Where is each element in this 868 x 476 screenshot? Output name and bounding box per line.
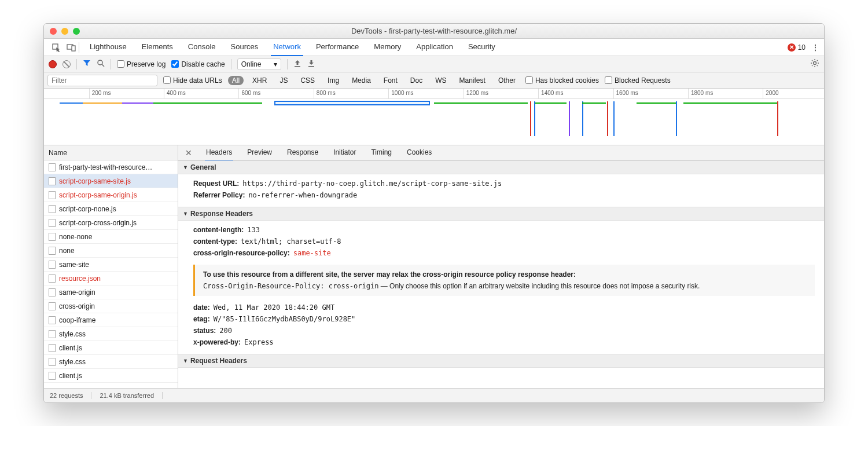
request-item[interactable]: same-origin <box>44 285 178 299</box>
has-blocked-cookies-label: Has blocked cookies <box>535 76 599 85</box>
request-item[interactable]: same-site <box>44 258 178 272</box>
request-item[interactable]: style.css <box>44 355 178 369</box>
status-transferred: 21.4 kB transferred <box>100 392 163 399</box>
tab-memory[interactable]: Memory <box>372 38 403 56</box>
tab-elements[interactable]: Elements <box>139 38 175 56</box>
tab-application[interactable]: Application <box>414 38 455 56</box>
request-name: script-corp-cross-origin.js <box>59 219 137 227</box>
tab-security[interactable]: Security <box>466 38 498 56</box>
general-section-body: Request URL: https://third-party-no-coep… <box>178 174 824 207</box>
has-blocked-cookies-checkbox[interactable]: Has blocked cookies <box>525 76 599 85</box>
response-headers-body: content-length:133content-type:text/html… <box>178 221 824 354</box>
details-tab-headers[interactable]: Headers <box>205 145 233 161</box>
details-tab-timing[interactable]: Timing <box>370 145 393 161</box>
close-details-icon[interactable]: ✕ <box>183 148 194 158</box>
tab-console[interactable]: Console <box>186 38 218 56</box>
request-item[interactable]: script-corp-same-site.js <box>44 174 178 188</box>
request-name: coop-iframe <box>59 316 95 324</box>
clear-log-icon[interactable] <box>62 60 71 68</box>
throttling-dropdown[interactable]: Online ▾ <box>237 58 282 70</box>
window-title: DevTools - first-party-test-with-resourc… <box>351 27 517 35</box>
filter-toggle-icon[interactable] <box>83 59 91 69</box>
close-window-icon[interactable] <box>50 28 57 35</box>
type-filter-xhr[interactable]: XHR <box>248 76 271 85</box>
request-item[interactable]: client.js <box>44 341 178 355</box>
tab-sources[interactable]: Sources <box>229 38 261 56</box>
response-headers-section-header[interactable]: ▼ Response Headers <box>178 207 824 221</box>
type-filter-manifest[interactable]: Manifest <box>455 76 490 85</box>
inspect-element-icon[interactable] <box>49 40 64 55</box>
search-icon[interactable] <box>97 59 105 69</box>
request-item[interactable]: client.js <box>44 369 178 383</box>
details-tab-initiator[interactable]: Initiator <box>332 145 357 161</box>
header-row: content-length:133 <box>193 224 824 236</box>
tab-lighthouse[interactable]: Lighthouse <box>87 38 129 56</box>
request-name: same-origin <box>59 288 95 296</box>
svg-point-5 <box>814 62 816 65</box>
settings-icon[interactable] <box>810 58 819 69</box>
requests-column: Name first-party-test-with-resource…scri… <box>44 145 178 388</box>
preserve-log-checkbox[interactable]: Preserve log <box>117 60 165 68</box>
request-item[interactable]: script-corp-cross-origin.js <box>44 216 178 230</box>
main-tabs-bar: LighthouseElementsConsoleSourcesNetworkP… <box>44 39 824 56</box>
type-filter-font[interactable]: Font <box>380 76 402 85</box>
details-column: ✕ HeadersPreviewResponseInitiatorTimingC… <box>178 145 824 388</box>
download-har-icon[interactable] <box>307 59 315 69</box>
device-mode-icon[interactable] <box>64 40 79 55</box>
error-count-badge[interactable]: ✕ 10 <box>788 43 806 52</box>
request-url-value: https://third-party-no-coep.glitch.me/sc… <box>242 180 502 188</box>
request-item[interactable]: coop-iframe <box>44 313 178 327</box>
type-filter-img[interactable]: Img <box>323 76 343 85</box>
more-menu-icon[interactable]: ⋮ <box>811 43 819 52</box>
type-filter-js[interactable]: JS <box>275 76 292 85</box>
request-item[interactable]: none-none <box>44 230 178 244</box>
blocked-requests-label: Blocked Requests <box>615 76 671 85</box>
request-name: same-site <box>59 261 89 269</box>
filter-input[interactable] <box>47 75 157 86</box>
timeline-tick: 1600 ms <box>613 89 638 98</box>
request-item[interactable]: resource.json <box>44 272 178 285</box>
type-filter-ws[interactable]: WS <box>431 76 450 85</box>
record-button[interactable] <box>49 60 57 68</box>
status-bar: 22 requests 21.4 kB transferred <box>44 389 824 402</box>
requests-list: first-party-test-with-resource…script-co… <box>44 160 178 388</box>
request-item[interactable]: script-corp-none.js <box>44 202 178 216</box>
general-section-header[interactable]: ▼ General <box>178 160 824 174</box>
hide-data-urls-checkbox[interactable]: Hide data URLs <box>163 76 222 85</box>
requests-header-name[interactable]: Name <box>44 145 178 160</box>
request-item[interactable]: cross-origin <box>44 299 178 313</box>
request-name: resource.json <box>59 274 101 283</box>
preserve-log-label: Preserve log <box>127 60 165 68</box>
callout-mono-text: Cross-Origin-Resource-Policy: cross-orig… <box>203 282 378 290</box>
header-row: status:200 <box>193 325 824 336</box>
request-name: none-none <box>59 233 92 241</box>
tab-performance[interactable]: Performance <box>314 38 361 56</box>
type-filter-css[interactable]: CSS <box>296 76 319 85</box>
referrer-policy-value: no-referrer-when-downgrade <box>248 191 357 199</box>
file-icon <box>49 358 56 366</box>
request-headers-section-header[interactable]: ▼ Request Headers <box>178 354 824 368</box>
details-tab-preview[interactable]: Preview <box>246 145 273 161</box>
request-item[interactable]: style.css <box>44 327 178 341</box>
tab-network[interactable]: Network <box>271 38 303 56</box>
disable-cache-checkbox[interactable]: Disable cache <box>171 60 225 68</box>
type-filter-doc[interactable]: Doc <box>406 76 426 85</box>
type-filters: AllXHRJSCSSImgMediaFontDocWSManifestOthe… <box>228 76 520 85</box>
upload-har-icon[interactable] <box>293 59 301 69</box>
timeline-tick: 1800 ms <box>688 89 713 98</box>
minimize-window-icon[interactable] <box>61 28 68 35</box>
maximize-window-icon[interactable] <box>73 28 80 35</box>
timeline-tick: 2000 <box>763 89 778 98</box>
request-item[interactable]: script-corp-same-origin.js <box>44 188 178 202</box>
request-item[interactable]: first-party-test-with-resource… <box>44 160 178 174</box>
details-tab-response[interactable]: Response <box>286 145 319 161</box>
throttling-current: Online <box>241 60 262 68</box>
type-filter-other[interactable]: Other <box>494 76 520 85</box>
details-tab-cookies[interactable]: Cookies <box>406 145 433 161</box>
blocked-requests-checkbox[interactable]: Blocked Requests <box>605 76 671 85</box>
type-filter-media[interactable]: Media <box>348 76 375 85</box>
timeline-overview[interactable] <box>44 99 824 145</box>
request-item[interactable]: none <box>44 244 178 258</box>
type-filter-all[interactable]: All <box>228 76 244 85</box>
timeline-ruler[interactable]: 200 ms400 ms600 ms800 ms1000 ms1200 ms14… <box>44 89 824 99</box>
